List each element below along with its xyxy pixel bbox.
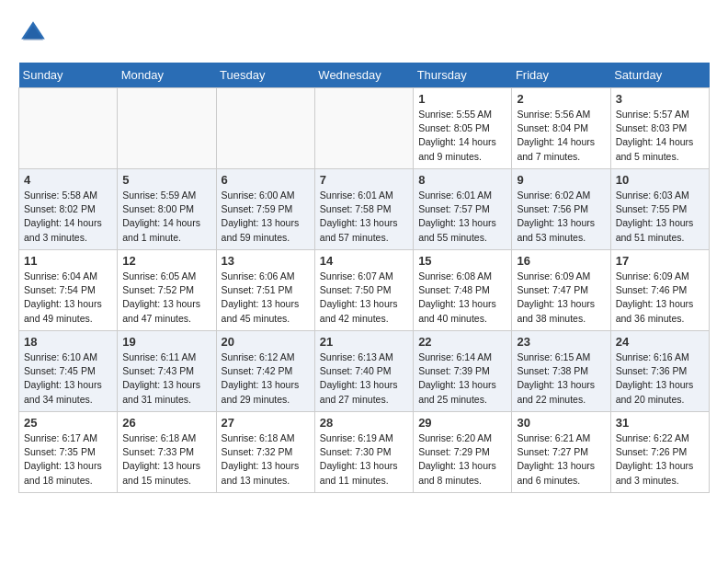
day-info: Sunrise: 6:07 AM Sunset: 7:50 PM Dayligh… bbox=[320, 270, 408, 326]
calendar-cell: 18Sunrise: 6:10 AM Sunset: 7:45 PM Dayli… bbox=[19, 331, 118, 412]
day-info: Sunrise: 6:17 AM Sunset: 7:35 PM Dayligh… bbox=[24, 431, 112, 488]
calendar-cell: 25Sunrise: 6:17 AM Sunset: 7:35 PM Dayli… bbox=[19, 412, 118, 493]
day-number: 9 bbox=[517, 173, 605, 187]
day-number: 24 bbox=[616, 335, 704, 349]
calendar-cell bbox=[19, 88, 118, 169]
day-info: Sunrise: 6:10 AM Sunset: 7:45 PM Dayligh… bbox=[24, 350, 112, 407]
calendar-cell: 11Sunrise: 6:04 AM Sunset: 7:54 PM Dayli… bbox=[19, 250, 118, 331]
calendar-cell: 24Sunrise: 6:16 AM Sunset: 7:36 PM Dayli… bbox=[610, 331, 709, 412]
weekday-header-monday: Monday bbox=[118, 63, 216, 88]
day-number: 5 bbox=[122, 173, 210, 187]
day-info: Sunrise: 6:15 AM Sunset: 7:38 PM Dayligh… bbox=[517, 350, 605, 407]
day-number: 4 bbox=[24, 173, 112, 187]
weekday-header-saturday: Saturday bbox=[610, 63, 709, 88]
day-info: Sunrise: 5:57 AM Sunset: 8:03 PM Dayligh… bbox=[616, 108, 704, 164]
calendar-week-row: 4Sunrise: 5:58 AM Sunset: 8:02 PM Daylig… bbox=[19, 169, 710, 250]
weekday-header-wednesday: Wednesday bbox=[314, 63, 413, 88]
day-info: Sunrise: 6:14 AM Sunset: 7:39 PM Dayligh… bbox=[418, 350, 506, 407]
day-info: Sunrise: 5:59 AM Sunset: 8:00 PM Dayligh… bbox=[122, 189, 210, 245]
day-number: 1 bbox=[418, 92, 506, 106]
day-info: Sunrise: 5:58 AM Sunset: 8:02 PM Dayligh… bbox=[24, 189, 112, 245]
calendar-cell: 5Sunrise: 5:59 AM Sunset: 8:00 PM Daylig… bbox=[118, 169, 216, 250]
day-info: Sunrise: 6:20 AM Sunset: 7:29 PM Dayligh… bbox=[418, 431, 506, 488]
day-info: Sunrise: 6:19 AM Sunset: 7:30 PM Dayligh… bbox=[320, 431, 408, 488]
calendar-cell: 17Sunrise: 6:09 AM Sunset: 7:46 PM Dayli… bbox=[610, 250, 709, 331]
day-info: Sunrise: 6:09 AM Sunset: 7:46 PM Dayligh… bbox=[616, 270, 704, 326]
day-number: 16 bbox=[517, 254, 605, 268]
calendar-cell: 15Sunrise: 6:08 AM Sunset: 7:48 PM Dayli… bbox=[414, 250, 512, 331]
calendar-cell: 2Sunrise: 5:56 AM Sunset: 8:04 PM Daylig… bbox=[512, 88, 610, 169]
calendar-cell: 29Sunrise: 6:20 AM Sunset: 7:29 PM Dayli… bbox=[414, 412, 512, 493]
calendar-week-row: 25Sunrise: 6:17 AM Sunset: 7:35 PM Dayli… bbox=[19, 412, 710, 493]
weekday-header-row: SundayMondayTuesdayWednesdayThursdayFrid… bbox=[19, 63, 710, 88]
day-number: 19 bbox=[122, 335, 210, 349]
calendar-cell: 16Sunrise: 6:09 AM Sunset: 7:47 PM Dayli… bbox=[512, 250, 610, 331]
weekday-header-friday: Friday bbox=[512, 63, 610, 88]
day-number: 25 bbox=[24, 416, 112, 430]
calendar-cell: 7Sunrise: 6:01 AM Sunset: 7:58 PM Daylig… bbox=[314, 169, 413, 250]
day-number: 20 bbox=[222, 335, 310, 349]
calendar-cell: 28Sunrise: 6:19 AM Sunset: 7:30 PM Dayli… bbox=[314, 412, 413, 493]
day-number: 11 bbox=[24, 254, 112, 268]
day-info: Sunrise: 6:06 AM Sunset: 7:51 PM Dayligh… bbox=[222, 270, 310, 326]
calendar-week-row: 11Sunrise: 6:04 AM Sunset: 7:54 PM Dayli… bbox=[19, 250, 710, 331]
day-info: Sunrise: 6:16 AM Sunset: 7:36 PM Dayligh… bbox=[616, 350, 704, 407]
calendar-cell: 4Sunrise: 5:58 AM Sunset: 8:02 PM Daylig… bbox=[19, 169, 118, 250]
day-info: Sunrise: 6:18 AM Sunset: 7:32 PM Dayligh… bbox=[222, 431, 310, 488]
day-number: 3 bbox=[616, 92, 704, 106]
day-number: 18 bbox=[24, 335, 112, 349]
day-info: Sunrise: 6:18 AM Sunset: 7:33 PM Dayligh… bbox=[122, 431, 210, 488]
day-info: Sunrise: 6:02 AM Sunset: 7:56 PM Dayligh… bbox=[517, 189, 605, 245]
day-info: Sunrise: 6:13 AM Sunset: 7:40 PM Dayligh… bbox=[320, 350, 408, 407]
day-info: Sunrise: 5:55 AM Sunset: 8:05 PM Dayligh… bbox=[418, 108, 506, 164]
day-number: 10 bbox=[616, 173, 704, 187]
day-info: Sunrise: 6:05 AM Sunset: 7:52 PM Dayligh… bbox=[122, 270, 210, 326]
day-number: 2 bbox=[517, 92, 605, 106]
calendar-cell: 9Sunrise: 6:02 AM Sunset: 7:56 PM Daylig… bbox=[512, 169, 610, 250]
day-number: 28 bbox=[320, 416, 408, 430]
calendar-cell: 14Sunrise: 6:07 AM Sunset: 7:50 PM Dayli… bbox=[314, 250, 413, 331]
calendar-cell: 20Sunrise: 6:12 AM Sunset: 7:42 PM Dayli… bbox=[216, 331, 314, 412]
day-number: 13 bbox=[222, 254, 310, 268]
day-info: Sunrise: 6:08 AM Sunset: 7:48 PM Dayligh… bbox=[418, 270, 506, 326]
calendar-body: 1Sunrise: 5:55 AM Sunset: 8:05 PM Daylig… bbox=[19, 88, 710, 493]
day-info: Sunrise: 6:03 AM Sunset: 7:55 PM Dayligh… bbox=[616, 189, 704, 245]
day-number: 29 bbox=[418, 416, 506, 430]
day-info: Sunrise: 6:09 AM Sunset: 7:47 PM Dayligh… bbox=[517, 270, 605, 326]
calendar-cell: 13Sunrise: 6:06 AM Sunset: 7:51 PM Dayli… bbox=[216, 250, 314, 331]
calendar-cell: 30Sunrise: 6:21 AM Sunset: 7:27 PM Dayli… bbox=[512, 412, 610, 493]
calendar-cell: 21Sunrise: 6:13 AM Sunset: 7:40 PM Dayli… bbox=[314, 331, 413, 412]
day-info: Sunrise: 6:22 AM Sunset: 7:26 PM Dayligh… bbox=[616, 431, 704, 488]
calendar-cell: 10Sunrise: 6:03 AM Sunset: 7:55 PM Dayli… bbox=[610, 169, 709, 250]
calendar-table: SundayMondayTuesdayWednesdayThursdayFrid… bbox=[18, 63, 710, 493]
day-number: 17 bbox=[616, 254, 704, 268]
calendar-cell: 26Sunrise: 6:18 AM Sunset: 7:33 PM Dayli… bbox=[118, 412, 216, 493]
calendar-cell bbox=[118, 88, 216, 169]
day-number: 14 bbox=[320, 254, 408, 268]
day-number: 21 bbox=[320, 335, 408, 349]
weekday-header-thursday: Thursday bbox=[414, 63, 512, 88]
day-number: 6 bbox=[222, 173, 310, 187]
day-number: 27 bbox=[222, 416, 310, 430]
day-number: 26 bbox=[122, 416, 210, 430]
calendar-week-row: 18Sunrise: 6:10 AM Sunset: 7:45 PM Dayli… bbox=[19, 331, 710, 412]
day-number: 15 bbox=[418, 254, 506, 268]
day-info: Sunrise: 5:56 AM Sunset: 8:04 PM Dayligh… bbox=[517, 108, 605, 164]
logo-icon bbox=[18, 18, 48, 48]
calendar-cell: 23Sunrise: 6:15 AM Sunset: 7:38 PM Dayli… bbox=[512, 331, 610, 412]
calendar-cell: 3Sunrise: 5:57 AM Sunset: 8:03 PM Daylig… bbox=[610, 88, 709, 169]
day-number: 22 bbox=[418, 335, 506, 349]
logo bbox=[18, 18, 51, 48]
calendar-cell: 8Sunrise: 6:01 AM Sunset: 7:57 PM Daylig… bbox=[414, 169, 512, 250]
calendar-header: SundayMondayTuesdayWednesdayThursdayFrid… bbox=[19, 63, 710, 88]
calendar-cell: 6Sunrise: 6:00 AM Sunset: 7:59 PM Daylig… bbox=[216, 169, 314, 250]
day-info: Sunrise: 6:21 AM Sunset: 7:27 PM Dayligh… bbox=[517, 431, 605, 488]
calendar-cell bbox=[216, 88, 314, 169]
calendar-cell: 22Sunrise: 6:14 AM Sunset: 7:39 PM Dayli… bbox=[414, 331, 512, 412]
calendar-cell: 19Sunrise: 6:11 AM Sunset: 7:43 PM Dayli… bbox=[118, 331, 216, 412]
day-info: Sunrise: 6:12 AM Sunset: 7:42 PM Dayligh… bbox=[222, 350, 310, 407]
calendar-week-row: 1Sunrise: 5:55 AM Sunset: 8:05 PM Daylig… bbox=[19, 88, 710, 169]
day-number: 12 bbox=[122, 254, 210, 268]
day-number: 31 bbox=[616, 416, 704, 430]
day-info: Sunrise: 6:04 AM Sunset: 7:54 PM Dayligh… bbox=[24, 270, 112, 326]
